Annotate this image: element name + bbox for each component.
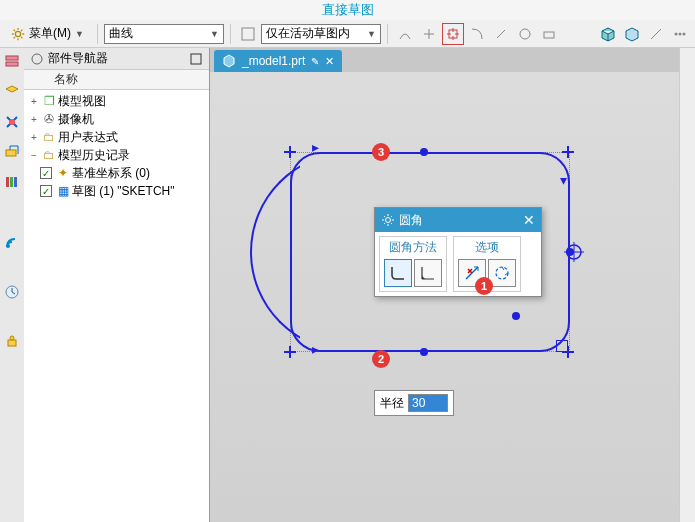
expand-icon[interactable]: + — [28, 132, 40, 143]
part-icon — [222, 54, 236, 68]
corner-marker — [556, 340, 568, 352]
folder-icon: 🗀 — [42, 130, 56, 144]
collapse-icon[interactable]: − — [28, 150, 40, 161]
close-icon[interactable]: ✕ — [325, 55, 334, 68]
checkbox-icon[interactable]: ✓ — [40, 167, 52, 179]
rail-robot-icon[interactable] — [2, 332, 22, 352]
tool-icon-7[interactable] — [538, 23, 560, 45]
main-toolbar: 菜单(M) ▼ 曲线 ▼ 仅在活动草图内 ▼ — [0, 20, 695, 48]
rail-nav-icon[interactable] — [2, 52, 22, 72]
app-title: 直接草图 — [0, 0, 695, 20]
midpoint-marker — [420, 148, 428, 156]
chevron-down-icon: ▼ — [75, 29, 84, 39]
svg-point-18 — [10, 336, 14, 340]
rail-books-icon[interactable] — [2, 172, 22, 192]
expand-icon[interactable]: + — [28, 96, 40, 107]
svg-rect-17 — [8, 340, 16, 346]
svg-rect-1 — [242, 28, 254, 40]
part-navigator-panel: 部件导航器 名称 + ❒ 模型视图 + ✇ 摄像机 + 🗀 用户表达式 − — [24, 48, 210, 522]
nav-header: 部件导航器 — [24, 48, 209, 70]
node-label: 摄像机 — [58, 111, 94, 128]
tool-icon-1[interactable] — [394, 23, 416, 45]
pin-icon[interactable] — [189, 52, 203, 66]
fillet-method-notrim[interactable] — [414, 259, 442, 287]
gear-icon — [381, 213, 395, 227]
camera-icon: ✇ — [42, 112, 56, 126]
rail-datum-icon[interactable] — [2, 142, 22, 162]
checkbox-icon[interactable]: ✓ — [40, 185, 52, 197]
tree-node-history[interactable]: − 🗀 模型历史记录 — [24, 146, 209, 164]
tab-strip: _model1.prt ✎ ✕ — [210, 48, 695, 72]
chevron-down-icon: ▼ — [210, 29, 219, 39]
node-label: 模型历史记录 — [58, 147, 130, 164]
group-label: 圆角方法 — [384, 239, 442, 256]
tool-icon-4[interactable] — [466, 23, 488, 45]
arrow-marker: ▸ — [312, 341, 319, 357]
popup-titlebar[interactable]: 圆角 ✕ — [375, 208, 541, 232]
menu-label: 菜单(M) — [29, 25, 71, 42]
svg-point-10 — [9, 119, 15, 125]
nav-panel-icon — [30, 52, 44, 66]
tree-node-model-views[interactable]: + ❒ 模型视图 — [24, 92, 209, 110]
rail-assembly-icon[interactable] — [2, 82, 22, 102]
vertical-scrollbar[interactable] — [679, 48, 695, 522]
tab-label: _model1.prt — [242, 54, 305, 68]
curve-type-combo[interactable]: 曲线 ▼ — [104, 24, 224, 44]
endpoint-marker — [284, 346, 296, 358]
scope-combo[interactable]: 仅在活动草图内 ▼ — [261, 24, 381, 44]
view-more-icon[interactable] — [669, 23, 691, 45]
view-cube-icon[interactable] — [597, 23, 619, 45]
endpoint-marker — [562, 146, 574, 158]
callout-badge-2: 2 — [372, 350, 390, 368]
arrow-marker: ▸ — [312, 139, 319, 155]
left-rail — [0, 48, 24, 522]
svg-rect-12 — [6, 177, 9, 187]
rail-clock-icon[interactable] — [2, 282, 22, 302]
tool-icon-5[interactable] — [490, 23, 512, 45]
endpoint-marker — [284, 146, 296, 158]
tree-node-user-expr[interactable]: + 🗀 用户表达式 — [24, 128, 209, 146]
target-marker — [564, 242, 584, 262]
radius-input[interactable] — [408, 394, 448, 412]
tree-node-sketch[interactable]: ✓ ▦ 草图 (1) "SKETCH" — [24, 182, 209, 200]
tool-icon-3[interactable] — [442, 23, 464, 45]
svg-point-22 — [386, 218, 391, 223]
svg-rect-9 — [6, 62, 18, 66]
nav-tree: + ❒ 模型视图 + ✇ 摄像机 + 🗀 用户表达式 − 🗀 模型历史记录 ✓ — [24, 90, 209, 202]
arrow-marker: ▾ — [560, 172, 567, 188]
midpoint-marker — [420, 348, 428, 356]
view-shade-icon[interactable] — [621, 23, 643, 45]
svg-rect-20 — [191, 54, 201, 64]
filter-icon[interactable] — [237, 23, 259, 45]
rail-signal-icon[interactable] — [2, 232, 22, 252]
callout-badge-1: 1 — [475, 277, 493, 295]
tool-icon-2[interactable] — [418, 23, 440, 45]
group-label: 选项 — [458, 239, 516, 256]
node-label: 草图 (1) "SKETCH" — [72, 183, 175, 200]
svg-point-6 — [679, 32, 682, 35]
expand-icon[interactable]: + — [28, 114, 40, 125]
node-label: 基准坐标系 (0) — [72, 165, 150, 182]
nav-title: 部件导航器 — [48, 50, 108, 67]
fillet-method-trim[interactable] — [384, 259, 412, 287]
modified-icon: ✎ — [311, 56, 319, 67]
svg-rect-13 — [10, 177, 13, 187]
popup-title-text: 圆角 — [399, 212, 423, 229]
document-tab[interactable]: _model1.prt ✎ ✕ — [214, 50, 342, 72]
method-group: 圆角方法 — [379, 236, 447, 292]
canvas[interactable]: ▸ ▸ ▾ 3 2 圆角 ✕ 圆角方法 — [210, 72, 695, 522]
menu-button[interactable]: 菜单(M) ▼ — [4, 22, 91, 45]
svg-rect-8 — [6, 56, 18, 60]
midpoint-marker — [512, 312, 520, 320]
col-header-name[interactable]: 名称 — [24, 70, 209, 90]
tree-node-cameras[interactable]: + ✇ 摄像机 — [24, 110, 209, 128]
view-line-icon[interactable] — [645, 23, 667, 45]
svg-rect-14 — [14, 177, 17, 187]
svg-point-3 — [520, 29, 530, 39]
tool-icon-6[interactable] — [514, 23, 536, 45]
close-icon[interactable]: ✕ — [523, 212, 535, 228]
rail-constraint-icon[interactable] — [2, 112, 22, 132]
tree-node-datum-csys[interactable]: ✓ ✦ 基准坐标系 (0) — [24, 164, 209, 182]
svg-point-19 — [32, 54, 42, 64]
radius-label: 半径 — [380, 395, 404, 412]
